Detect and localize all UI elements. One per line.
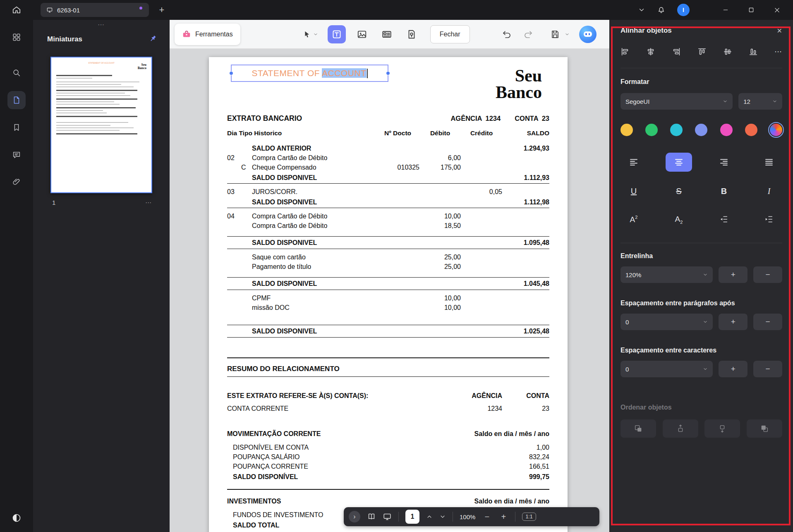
presentation-icon[interactable] — [383, 512, 392, 521]
zoom-level[interactable]: 100% — [460, 513, 475, 520]
page-number-input[interactable]: 1 — [405, 510, 419, 524]
selected-textbox[interactable]: STATEMENT OF ACCOUNT — [231, 65, 388, 82]
char-spacing-decrease-button[interactable]: − — [753, 361, 782, 377]
line-spacing-select[interactable]: 120% — [621, 266, 713, 283]
apps-grid-button[interactable] — [7, 28, 26, 46]
send-backward-button[interactable] — [704, 419, 740, 438]
bookmarks-button[interactable] — [7, 118, 26, 137]
align-left-icon[interactable] — [621, 47, 630, 56]
pdf-page[interactable]: STATEMENT OF ACCOUNT Seu Banco EXTRATO B… — [209, 57, 568, 532]
app-logo-icon[interactable] — [12, 513, 22, 525]
undo-button[interactable] — [500, 29, 515, 39]
strikethrough-button[interactable]: S — [666, 182, 692, 201]
color-swatch[interactable] — [695, 124, 707, 136]
new-tab-button[interactable]: + — [156, 5, 168, 15]
chevron-down-icon — [703, 319, 708, 324]
char-spacing-select[interactable]: 0 — [621, 361, 713, 377]
maximize-button[interactable] — [744, 7, 758, 13]
line-spacing-increase-button[interactable]: + — [719, 266, 747, 283]
color-swatch[interactable] — [621, 124, 633, 136]
thumbnail-more-button[interactable]: ⋯ — [145, 199, 152, 206]
search-button[interactable] — [7, 64, 26, 82]
chevron-down-icon[interactable] — [638, 6, 645, 14]
save-button[interactable] — [548, 29, 563, 39]
fechar-button[interactable]: Fechar — [430, 25, 470, 43]
char-spacing-increase-button[interactable]: + — [719, 361, 747, 377]
font-size-select[interactable]: 12 — [738, 93, 782, 110]
bell-icon[interactable] — [657, 6, 666, 14]
align-middle-vertical-icon[interactable] — [723, 47, 732, 56]
panel-drag-handle[interactable]: ⋯ — [33, 20, 170, 29]
avatar[interactable]: I — [677, 4, 690, 16]
document-tab[interactable]: 6263-01 — [41, 3, 149, 17]
form-tool-button[interactable] — [378, 29, 395, 40]
maximize-icon — [748, 7, 755, 13]
attachments-button[interactable] — [7, 173, 26, 191]
text-align-center-button[interactable] — [666, 153, 692, 172]
align-bottom-icon[interactable] — [749, 47, 758, 56]
superscript-button[interactable]: A2 — [621, 210, 647, 229]
document-canvas[interactable]: STATEMENT OF ACCOUNT Seu Banco EXTRATO B… — [170, 49, 609, 532]
pages-panel-button[interactable] — [7, 91, 26, 109]
paragraph-spacing-decrease-button[interactable]: − — [753, 314, 782, 330]
subscript-button[interactable]: A2 — [666, 210, 692, 229]
ferramentas-button[interactable]: Ferramentas — [175, 24, 240, 45]
minimize-button[interactable] — [719, 7, 733, 13]
pin-icon[interactable] — [149, 34, 157, 44]
color-swatch[interactable] — [720, 124, 733, 136]
home-button[interactable] — [0, 0, 33, 20]
font-family-select[interactable]: SegoeUI — [621, 93, 733, 110]
paragraph-spacing-select[interactable]: 0 — [621, 314, 713, 330]
redo-button[interactable] — [520, 29, 535, 39]
color-swatch[interactable] — [745, 124, 757, 136]
bring-forward-button[interactable] — [663, 419, 698, 438]
close-window-button[interactable] — [770, 7, 784, 14]
subscript-icon: A2 — [675, 214, 683, 225]
align-top-icon[interactable] — [697, 47, 707, 56]
text-align-justify-button[interactable] — [756, 153, 782, 172]
unsaved-indicator-dot — [139, 7, 142, 10]
more-align-options-button[interactable]: ⋯ — [774, 47, 782, 56]
zoom-in-button[interactable]: + — [498, 512, 508, 522]
page-mark-tool-button[interactable] — [403, 29, 420, 40]
color-swatch[interactable] — [670, 124, 683, 136]
select-tool-button[interactable] — [302, 30, 318, 39]
send-to-back-button[interactable] — [747, 419, 782, 438]
outdent-button[interactable] — [711, 210, 737, 229]
save-options-button[interactable] — [563, 32, 571, 37]
align-right-icon[interactable] — [672, 47, 681, 56]
paragraph-spacing-increase-button[interactable]: + — [719, 314, 747, 330]
image-tool-button[interactable] — [353, 29, 371, 40]
statement-row: missão DOC10,00 — [227, 303, 549, 312]
thumb-bank-line2: Banco — [138, 67, 146, 70]
textbox-handle-right[interactable] — [386, 71, 390, 75]
formatar-title: Formatar — [621, 78, 782, 86]
textbox-handle-left[interactable] — [229, 71, 233, 75]
indent-button[interactable] — [756, 210, 782, 229]
underline-button[interactable]: U — [621, 182, 647, 201]
text-align-left-button[interactable] — [621, 153, 647, 172]
previous-page-button[interactable] — [426, 513, 433, 520]
page-thumbnail[interactable]: STATEMENT OF ACCOUNT Seu Banco — [50, 57, 152, 193]
line-spacing-decrease-button[interactable]: − — [753, 266, 782, 283]
actual-size-button[interactable]: 1:1 — [522, 513, 536, 521]
bring-to-front-button[interactable] — [621, 419, 656, 438]
page-spread-icon[interactable] — [367, 512, 376, 521]
expand-bar-button[interactable]: › — [349, 511, 360, 522]
zoom-out-button[interactable]: − — [482, 512, 492, 522]
text-tool-button[interactable] — [328, 25, 346, 43]
close-panel-button[interactable]: ✕ — [777, 27, 782, 35]
view-control-bar: › 1 100% − + 1:1 — [344, 507, 599, 526]
custom-color-swatch-selected[interactable] — [770, 124, 782, 136]
next-page-button[interactable] — [439, 513, 446, 520]
italic-button[interactable]: I — [756, 182, 782, 201]
color-swatch[interactable] — [645, 124, 658, 136]
text-align-right-button[interactable] — [711, 153, 737, 172]
account-row: CONTA CORRENTE 1234 23 — [227, 404, 549, 413]
document-title-text[interactable]: STATEMENT OF ACCOUNT — [252, 68, 367, 79]
comments-button[interactable] — [7, 146, 26, 164]
bold-button[interactable]: B — [711, 182, 737, 201]
align-center-horizontal-icon[interactable] — [646, 47, 655, 56]
ai-assistant-button[interactable] — [579, 26, 597, 43]
text-align-left-icon — [629, 158, 638, 167]
